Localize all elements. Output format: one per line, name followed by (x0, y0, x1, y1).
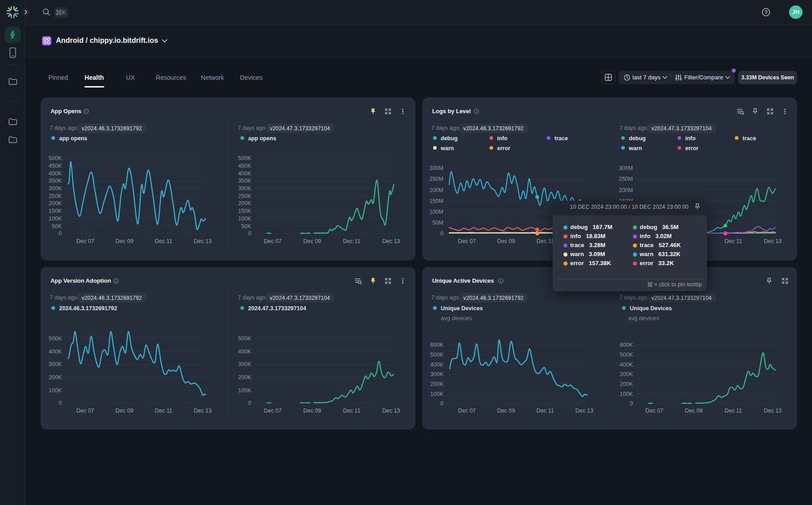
svg-text:Dec 13: Dec 13 (194, 238, 212, 244)
svg-text:Dec 07: Dec 07 (76, 408, 94, 414)
svg-text:350K: 350K (238, 178, 252, 184)
svg-text:Dec 11: Dec 11 (724, 238, 742, 244)
svg-text:100K: 100K (49, 387, 62, 394)
svg-text:100K: 100K (238, 387, 252, 394)
svg-text:100K: 100K (620, 391, 633, 397)
svg-text:Dec 09: Dec 09 (685, 408, 703, 414)
svg-text:600K: 600K (620, 342, 633, 348)
svg-text:Dec 09: Dec 09 (115, 238, 134, 244)
svg-text:500K: 500K (49, 335, 62, 342)
svg-text:200M: 200M (429, 187, 443, 193)
svg-text:150M: 150M (429, 198, 443, 204)
svg-text:500K: 500K (238, 155, 252, 161)
svg-text:300M: 300M (429, 165, 443, 171)
svg-text:300K: 300K (238, 185, 252, 192)
svg-text:400K: 400K (620, 362, 633, 368)
svg-text:Dec 09: Dec 09 (497, 238, 515, 244)
svg-text:K: K (62, 9, 66, 16)
svg-text:200K: 200K (49, 374, 62, 381)
svg-text:500K: 500K (49, 155, 62, 161)
svg-text:450K: 450K (238, 163, 252, 169)
svg-text:Dec 09: Dec 09 (303, 238, 321, 244)
svg-text:200K: 200K (238, 200, 252, 207)
svg-text:500K: 500K (620, 352, 633, 358)
svg-text:?: ? (764, 9, 767, 15)
svg-text:500K: 500K (238, 335, 252, 342)
svg-text:Dec 11: Dec 11 (155, 408, 172, 414)
svg-text:Dec 13: Dec 13 (382, 238, 400, 244)
svg-text:0: 0 (248, 230, 251, 237)
svg-text:300K: 300K (620, 371, 633, 377)
svg-text:400K: 400K (430, 362, 444, 368)
svg-text:200K: 200K (49, 200, 62, 207)
svg-text:300K: 300K (49, 361, 62, 367)
svg-text:Dec 11: Dec 11 (536, 238, 554, 244)
svg-text:Dec 09: Dec 09 (115, 408, 134, 414)
svg-text:600K: 600K (430, 342, 444, 348)
svg-text:Dec 11: Dec 11 (536, 408, 554, 414)
svg-text:50M: 50M (433, 220, 443, 226)
svg-text:Dec 07: Dec 07 (76, 238, 94, 244)
svg-text:Dec 11: Dec 11 (155, 238, 172, 244)
svg-text:50K: 50K (52, 223, 62, 230)
svg-text:Dec 13: Dec 13 (194, 408, 212, 414)
svg-text:0: 0 (59, 230, 62, 237)
svg-text:500K: 500K (430, 352, 444, 358)
svg-text:Dec 13: Dec 13 (764, 408, 782, 414)
svg-text:Dec 07: Dec 07 (264, 408, 282, 414)
svg-text:Dec 13: Dec 13 (764, 238, 782, 244)
svg-text:200K: 200K (238, 374, 252, 381)
svg-text:150K: 150K (49, 208, 62, 214)
svg-text:250K: 250K (49, 193, 62, 199)
svg-text:Dec 07: Dec 07 (458, 238, 476, 244)
svg-text:Dec 13: Dec 13 (576, 408, 594, 414)
svg-text:100M: 100M (429, 209, 443, 215)
svg-text:200K: 200K (620, 381, 633, 387)
svg-text:Dec 07: Dec 07 (264, 238, 282, 244)
svg-text:100K: 100K (430, 391, 444, 397)
svg-text:0: 0 (59, 400, 62, 406)
svg-text:450K: 450K (49, 163, 62, 169)
svg-text:400K: 400K (49, 170, 62, 177)
svg-text:100K: 100K (49, 216, 62, 222)
svg-text:Dec 13: Dec 13 (382, 408, 400, 414)
svg-text:400K: 400K (238, 170, 252, 177)
svg-text:300K: 300K (49, 185, 62, 192)
svg-text:250M: 250M (619, 176, 633, 182)
svg-text:0: 0 (440, 230, 443, 237)
svg-text:150K: 150K (238, 208, 252, 214)
svg-text:Dec 09: Dec 09 (303, 408, 321, 414)
svg-text:250M: 250M (429, 176, 443, 182)
svg-text:Dec 11: Dec 11 (724, 408, 742, 414)
svg-text:400K: 400K (238, 349, 252, 355)
svg-text:300K: 300K (430, 371, 444, 377)
svg-text:0: 0 (630, 400, 633, 407)
svg-text:400K: 400K (49, 349, 62, 355)
svg-text:250K: 250K (238, 193, 252, 199)
svg-text:350K: 350K (49, 178, 62, 184)
svg-text:300K: 300K (238, 361, 252, 367)
svg-text:100K: 100K (238, 216, 252, 222)
svg-text:200K: 200K (430, 381, 444, 387)
svg-text:300M: 300M (619, 165, 633, 171)
svg-text:Dec 11: Dec 11 (343, 238, 360, 244)
svg-text:50K: 50K (241, 223, 252, 230)
svg-text:200M: 200M (619, 187, 633, 193)
svg-text:0: 0 (440, 400, 443, 407)
svg-text:Dec 09: Dec 09 (497, 408, 515, 414)
svg-text:Dec 07: Dec 07 (646, 408, 664, 414)
svg-text:Dec 07: Dec 07 (458, 408, 476, 414)
svg-text:0: 0 (248, 400, 251, 406)
svg-text:Dec 11: Dec 11 (343, 408, 360, 414)
